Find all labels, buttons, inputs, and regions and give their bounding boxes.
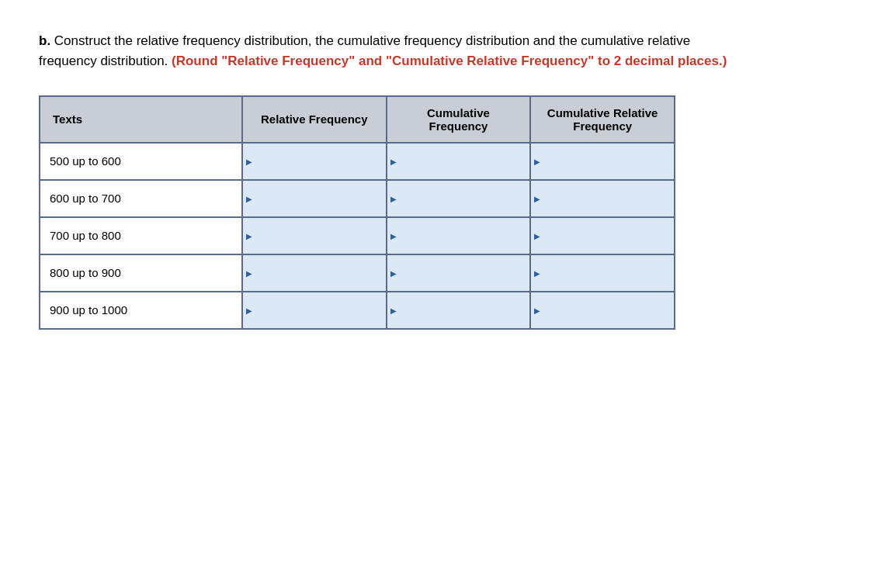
relative-frequency-cell-1[interactable] xyxy=(242,180,387,217)
cumulative-frequency-header: Cumulative Frequency xyxy=(387,96,531,143)
cumulative-frequency-input-4[interactable] xyxy=(387,292,530,328)
cumulative-frequency-input-2[interactable] xyxy=(387,218,530,254)
relative-frequency-header: Relative Frequency xyxy=(242,96,387,143)
texts-header: Texts xyxy=(40,96,242,143)
cumulative-relative-frequency-cell-4[interactable] xyxy=(530,292,675,329)
question-bold-red: (Round "Relative Frequency" and "Cumulat… xyxy=(172,54,727,68)
relative-frequency-cell-4[interactable] xyxy=(242,292,387,329)
cumulative-relative-frequency-cell-2[interactable] xyxy=(530,217,675,254)
cumulative-relative-frequency-input-2[interactable] xyxy=(531,218,674,254)
table-row: 900 up to 1000 xyxy=(40,292,675,329)
table-row: 600 up to 700 xyxy=(40,180,675,217)
cumulative-frequency-cell-2[interactable] xyxy=(387,217,531,254)
row-label-2: 700 up to 800 xyxy=(40,217,242,254)
table-header-row: Texts Relative Frequency Cumulative Freq… xyxy=(40,96,675,143)
cumulative-relative-frequency-cell-0[interactable] xyxy=(530,143,675,180)
cumulative-relative-frequency-header: Cumulative Relative Frequency xyxy=(530,96,675,143)
table-row: 800 up to 900 xyxy=(40,254,675,292)
cumulative-relative-frequency-input-1[interactable] xyxy=(531,181,674,216)
relative-frequency-input-1[interactable] xyxy=(243,181,386,216)
row-label-0: 500 up to 600 xyxy=(40,143,242,180)
cumulative-frequency-input-1[interactable] xyxy=(387,181,530,216)
row-label-1: 600 up to 700 xyxy=(40,180,242,217)
cumulative-relative-frequency-cell-1[interactable] xyxy=(530,180,675,217)
cumulative-frequency-input-0[interactable] xyxy=(387,144,530,179)
relative-frequency-cell-0[interactable] xyxy=(242,143,387,180)
relative-frequency-input-4[interactable] xyxy=(243,292,386,328)
cumulative-relative-frequency-cell-3[interactable] xyxy=(530,254,675,292)
table-container: Texts Relative Frequency Cumulative Freq… xyxy=(39,95,832,330)
cumulative-relative-frequency-input-3[interactable] xyxy=(531,255,674,291)
row-label-4: 900 up to 1000 xyxy=(40,292,242,329)
cumulative-frequency-cell-0[interactable] xyxy=(387,143,531,180)
relative-frequency-cell-3[interactable] xyxy=(242,254,387,292)
cumulative-frequency-cell-1[interactable] xyxy=(387,180,531,217)
relative-frequency-input-2[interactable] xyxy=(243,218,386,254)
question-text: b. Construct the relative frequency dist… xyxy=(39,31,737,72)
frequency-table: Texts Relative Frequency Cumulative Freq… xyxy=(39,95,675,330)
cumulative-frequency-cell-3[interactable] xyxy=(387,254,531,292)
table-row: 500 up to 600 xyxy=(40,143,675,180)
cumulative-frequency-input-3[interactable] xyxy=(387,255,530,291)
cumulative-relative-frequency-input-4[interactable] xyxy=(531,292,674,328)
table-row: 700 up to 800 xyxy=(40,217,675,254)
relative-frequency-cell-2[interactable] xyxy=(242,217,387,254)
row-label-3: 800 up to 900 xyxy=(40,254,242,292)
relative-frequency-input-3[interactable] xyxy=(243,255,386,291)
cumulative-frequency-cell-4[interactable] xyxy=(387,292,531,329)
cumulative-relative-frequency-input-0[interactable] xyxy=(531,144,674,179)
question-prefix: b. xyxy=(39,33,50,48)
relative-frequency-input-0[interactable] xyxy=(243,144,386,179)
